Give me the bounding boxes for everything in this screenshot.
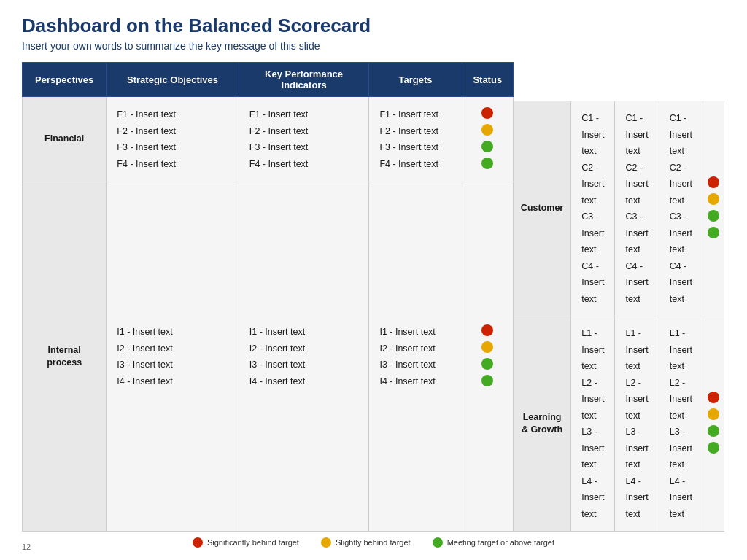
perspective-customer: Customer <box>513 101 570 316</box>
status-dot-green <box>708 227 719 238</box>
status-dot-yellow <box>481 341 493 353</box>
page-subtitle: Insert your own words to summarize the k… <box>22 40 725 52</box>
legend-label-yellow: Slightly behind target <box>336 538 411 547</box>
strategic-financial: F1 - Insert textF2 - Insert textF3 - Ins… <box>107 97 239 182</box>
perspective-learning: Learning& Growth <box>513 316 570 532</box>
status-dot-green <box>708 210 719 222</box>
status-financial <box>462 97 513 182</box>
strategic-internal: I1 - Insert textI2 - Insert textI3 - Ins… <box>107 182 239 532</box>
col-strategic: Strategic Objectives <box>107 63 239 97</box>
status-dot-green <box>708 442 719 454</box>
status-internal <box>462 182 513 532</box>
legend-dot-yellow <box>321 537 331 548</box>
status-dot-green <box>708 425 719 437</box>
status-learning <box>703 316 724 532</box>
kpi-internal: I1 - Insert textI2 - Insert textI3 - Ins… <box>239 182 369 532</box>
targets-financial: F1 - Insert textF2 - Insert textF3 - Ins… <box>369 97 462 182</box>
status-dot-red <box>481 107 493 119</box>
legend-item-yellow: Slightly behind target <box>321 537 411 548</box>
legend-dot-green <box>433 537 443 548</box>
scorecard-table: Perspectives Strategic Objectives Key Pe… <box>22 62 725 532</box>
kpi-learning: L1 - Insert textL2 - Insert textL3 - Ins… <box>615 316 659 532</box>
perspective-financial: Financial <box>23 97 107 182</box>
targets-internal: I1 - Insert textI2 - Insert textI3 - Ins… <box>369 182 462 532</box>
status-dot-yellow <box>481 124 493 136</box>
status-customer <box>703 101 724 316</box>
legend-label-green: Meeting target or above target <box>447 538 554 547</box>
kpi-financial: F1 - Insert textF2 - Insert textF3 - Ins… <box>239 97 369 182</box>
legend-label-red: Significantly behind target <box>207 538 299 547</box>
col-kpi: Key Performance Indicators <box>239 63 369 97</box>
col-status: Status <box>462 63 513 97</box>
page-title: Dashboard on the Balanced Scorecard <box>22 15 725 37</box>
status-dot-green <box>481 141 493 152</box>
col-targets: Targets <box>369 63 462 97</box>
legend-dot-red <box>193 537 203 548</box>
legend-item-green: Meeting target or above target <box>433 537 554 548</box>
targets-customer: C1 - Insert textC2 - Insert textC3 - Ins… <box>659 101 703 316</box>
status-dot-red <box>481 324 493 336</box>
legend: Significantly behind targetSlightly behi… <box>22 537 725 548</box>
status-dot-green <box>481 358 493 370</box>
kpi-customer: C1 - Insert textC2 - Insert textC3 - Ins… <box>615 101 659 316</box>
page-number: 12 <box>22 542 31 551</box>
col-perspectives: Perspectives <box>23 63 107 97</box>
perspective-internal: Internalprocess <box>23 182 107 532</box>
targets-learning: L1 - Insert textL2 - Insert textL3 - Ins… <box>659 316 703 532</box>
status-dot-yellow <box>708 408 719 420</box>
legend-item-red: Significantly behind target <box>193 537 299 548</box>
status-dot-green <box>481 375 493 386</box>
status-dot-red <box>708 392 719 403</box>
status-dot-yellow <box>708 193 719 205</box>
status-dot-red <box>708 176 719 188</box>
strategic-learning: L1 - Insert textL2 - Insert textL3 - Ins… <box>571 316 615 532</box>
status-dot-green <box>481 158 493 169</box>
strategic-customer: C1 - Insert textC2 - Insert textC3 - Ins… <box>571 101 615 316</box>
